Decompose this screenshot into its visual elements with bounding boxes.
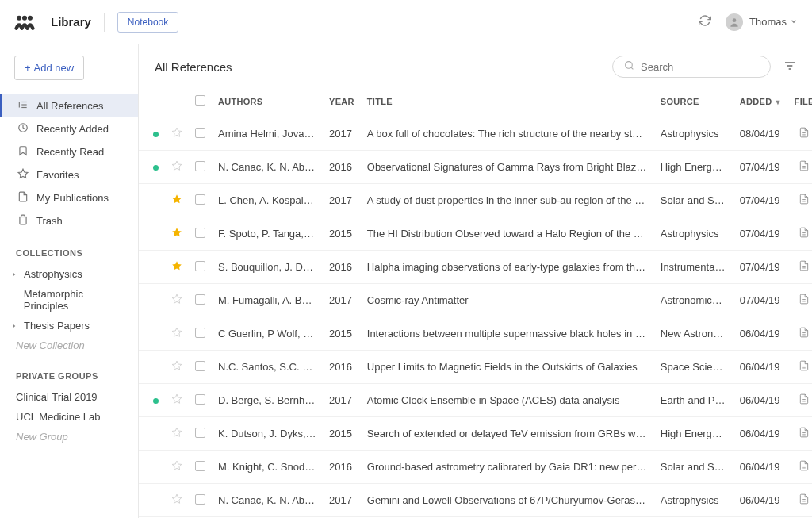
cell-title: Gemini and Lowell Observations of 67P/Ch…: [361, 484, 654, 517]
file-icon[interactable]: [799, 262, 810, 274]
file-icon[interactable]: [799, 395, 810, 407]
favorite-star-icon[interactable]: [171, 129, 182, 140]
new-collection-placeholder[interactable]: New Collection: [0, 336, 138, 355]
nav-item-favorites[interactable]: Favorites: [0, 163, 138, 186]
favorite-star-icon[interactable]: [171, 428, 182, 440]
row-checkbox[interactable]: [195, 461, 205, 471]
cell-year: 2015: [323, 217, 361, 251]
row-checkbox[interactable]: [195, 361, 205, 371]
file-icon[interactable]: [799, 162, 810, 174]
col-year[interactable]: YEAR: [323, 86, 361, 117]
table-row[interactable]: M. Fumagalli, A. Boselli et al.2017Cosmi…: [139, 284, 812, 317]
select-all-checkbox[interactable]: [195, 95, 205, 106]
cell-title: Cosmic-ray Antimatter: [361, 284, 654, 317]
col-source[interactable]: SOURCE: [654, 86, 733, 117]
cell-year: 2016: [323, 351, 361, 384]
chevron-down-icon[interactable]: [790, 16, 798, 28]
col-added[interactable]: ADDED▼: [733, 86, 788, 117]
bookmark-icon: [17, 145, 29, 159]
cell-authors: Amina Helmi, Jovan Veljan: [212, 117, 323, 151]
file-icon[interactable]: [799, 328, 810, 340]
cell-source: Astrophysics: [654, 484, 733, 517]
cell-authors: D. Berge, S. Bernhard, et al.: [212, 384, 323, 417]
row-checkbox[interactable]: [195, 261, 205, 271]
file-icon[interactable]: [799, 428, 810, 440]
row-checkbox[interactable]: [195, 394, 205, 405]
favorite-star-icon[interactable]: [171, 262, 182, 274]
cell-authors: N. Canac, K. N. Abazajian: [212, 151, 323, 184]
search-input[interactable]: [641, 61, 759, 73]
collection-item[interactable]: Metamorphic Principles: [0, 284, 138, 316]
filter-icon[interactable]: [783, 59, 796, 75]
group-item[interactable]: UCL Medicine Lab: [0, 407, 138, 427]
search-box[interactable]: [612, 56, 771, 78]
table-row[interactable]: Amina Helmi, Jovan Veljan2017A box full …: [139, 117, 812, 151]
favorite-star-icon[interactable]: [171, 162, 182, 174]
favorite-star-icon[interactable]: [171, 495, 182, 507]
nav-item-all-references[interactable]: All References: [0, 94, 138, 117]
row-checkbox[interactable]: [195, 128, 205, 138]
table-row[interactable]: K. Dutson, J. Dyks, et al.2015Search of …: [139, 417, 812, 451]
file-icon[interactable]: [799, 495, 810, 507]
table-row[interactable]: C Guerlin, P Wolf, et al.2015Interaction…: [139, 317, 812, 351]
cell-authors: S. Bouquillon, J. Desmars,: [212, 251, 323, 284]
row-checkbox[interactable]: [195, 428, 205, 438]
groups-heading: PRIVATE GROUPS: [0, 355, 138, 387]
file-icon[interactable]: [799, 195, 810, 207]
nav-item-trash[interactable]: Trash: [0, 209, 138, 232]
col-file[interactable]: FILE: [788, 86, 812, 117]
table-row[interactable]: S. Bouquillon, J. Desmars,2016Halpha ima…: [139, 251, 812, 284]
search-icon: [624, 60, 634, 73]
cell-added: 07/04/19: [733, 184, 788, 217]
nav-item-recently-added[interactable]: Recently Added: [0, 117, 138, 140]
cell-source: High Energy Astro…: [654, 417, 733, 451]
add-new-button[interactable]: + Add new: [14, 56, 84, 80]
file-icon[interactable]: [799, 462, 810, 474]
favorite-star-icon[interactable]: [171, 328, 182, 340]
user-name[interactable]: Thomas: [749, 16, 787, 28]
app-title: Library: [51, 15, 91, 29]
row-checkbox[interactable]: [195, 494, 205, 505]
row-checkbox[interactable]: [195, 161, 205, 171]
star-icon: [17, 168, 29, 182]
row-checkbox[interactable]: [195, 194, 205, 205]
collection-item[interactable]: Thesis Papers: [0, 316, 138, 336]
group-item[interactable]: Clinical Trial 2019: [0, 387, 138, 407]
file-icon[interactable]: [799, 295, 810, 307]
cell-year: 2016: [323, 451, 361, 484]
table-row[interactable]: N. Canac, K. N. Abazajian2016Observation…: [139, 151, 812, 184]
table-row[interactable]: M. Knight, C. Snodgrass2016Ground-based …: [139, 451, 812, 484]
svg-marker-50: [172, 494, 182, 503]
col-authors[interactable]: AUTHORS: [212, 86, 323, 117]
notebook-button[interactable]: Notebook: [117, 12, 178, 33]
nav-item-my-publications[interactable]: My Publications: [0, 186, 138, 209]
favorite-star-icon[interactable]: [171, 462, 182, 474]
new-group-placeholder[interactable]: New Group: [0, 427, 138, 447]
favorite-star-icon[interactable]: [171, 195, 182, 207]
svg-marker-9: [18, 169, 28, 178]
row-checkbox[interactable]: [195, 328, 205, 338]
col-title[interactable]: TITLE: [361, 86, 654, 117]
cell-authors: K. Dutson, J. Dyks, et al.: [212, 417, 323, 451]
table-row[interactable]: D. Berge, S. Bernhard, et al.2017Atomic …: [139, 384, 812, 417]
table-row[interactable]: N. Canac, K. N. Abazajian2017Gemini and …: [139, 484, 812, 517]
sync-icon[interactable]: [699, 14, 711, 29]
favorite-star-icon[interactable]: [171, 395, 182, 407]
row-checkbox[interactable]: [195, 228, 205, 238]
row-checkbox[interactable]: [195, 294, 205, 305]
nav-item-recently-read[interactable]: Recently Read: [0, 140, 138, 163]
table-row[interactable]: L. Chen, A. Kospal, et al.2017A study of…: [139, 184, 812, 217]
avatar[interactable]: [726, 13, 743, 31]
file-icon[interactable]: [799, 129, 810, 140]
favorite-star-icon[interactable]: [171, 295, 182, 307]
table-row[interactable]: F. Spoto, P. Tanga, et al.2015The HI Dis…: [139, 217, 812, 251]
file-icon[interactable]: [799, 228, 810, 240]
add-new-label: Add new: [34, 62, 75, 74]
cell-authors: N. Canac, K. N. Abazajian: [212, 484, 323, 517]
table-row[interactable]: N.C. Santos, S.C. Barros,2016Upper Limit…: [139, 351, 812, 384]
collection-item[interactable]: Astrophysics: [0, 264, 138, 284]
file-icon[interactable]: [799, 362, 810, 374]
group-label: Clinical Trial 2019: [16, 391, 98, 403]
favorite-star-icon[interactable]: [171, 362, 182, 374]
favorite-star-icon[interactable]: [171, 228, 182, 240]
